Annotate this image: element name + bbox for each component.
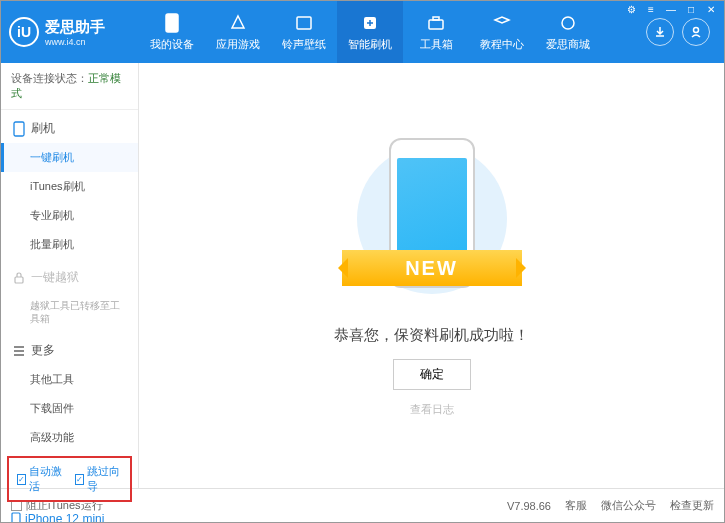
menu-icon <box>13 345 25 357</box>
wallpaper-icon <box>294 13 314 33</box>
nav-tutorial[interactable]: 教程中心 <box>469 1 535 63</box>
section-title: 刷机 <box>31 120 55 137</box>
sidebar-section-flash[interactable]: 刷机 <box>1 110 138 143</box>
device-icon <box>11 512 21 523</box>
sidebar-item-pro[interactable]: 专业刷机 <box>1 201 138 230</box>
section-title: 更多 <box>31 342 55 359</box>
update-link[interactable]: 检查更新 <box>670 498 714 513</box>
connection-status: 设备连接状态：正常模式 <box>1 63 138 110</box>
service-link[interactable]: 客服 <box>565 498 587 513</box>
version-label: V7.98.66 <box>507 500 551 512</box>
svg-rect-10 <box>12 513 20 523</box>
sidebar-item-advanced[interactable]: 高级功能 <box>1 423 138 452</box>
success-illustration: NEW <box>352 134 512 314</box>
nav-label: 工具箱 <box>420 37 453 52</box>
ok-button[interactable]: 确定 <box>393 359 471 390</box>
app-url: www.i4.cn <box>45 37 105 47</box>
minimize-icon[interactable]: — <box>664 3 678 15</box>
header: iU 爱思助手 www.i4.cn 我的设备 应用游戏 铃声壁纸 智能刷机 工具… <box>1 1 724 63</box>
download-button[interactable] <box>646 18 674 46</box>
checkbox-label: 跳过向导 <box>87 464 122 494</box>
nav-label: 爱思商城 <box>546 37 590 52</box>
sidebar-item-oneclick[interactable]: 一键刷机 <box>1 143 138 172</box>
checkbox-auto-activate[interactable]: ✓自动激活 <box>17 464 65 494</box>
sep-icon: ≡ <box>644 3 658 15</box>
checkbox-label: 自动激活 <box>29 464 64 494</box>
svg-rect-2 <box>297 17 311 29</box>
settings-icon[interactable]: ⚙ <box>624 3 638 15</box>
success-message: 恭喜您，保资料刷机成功啦！ <box>334 326 529 345</box>
header-actions <box>646 18 716 46</box>
toolbox-icon <box>426 13 446 33</box>
wechat-link[interactable]: 微信公众号 <box>601 498 656 513</box>
nav-label: 教程中心 <box>480 37 524 52</box>
phone-icon <box>162 13 182 33</box>
close-icon[interactable]: ✕ <box>704 3 718 15</box>
nav-apps[interactable]: 应用游戏 <box>205 1 271 63</box>
svg-rect-5 <box>433 17 439 20</box>
nav-ringtones[interactable]: 铃声壁纸 <box>271 1 337 63</box>
app-title: 爱思助手 <box>45 18 105 37</box>
svg-point-7 <box>694 28 699 33</box>
nav-label: 应用游戏 <box>216 37 260 52</box>
svg-rect-9 <box>15 277 23 283</box>
flash-icon <box>360 13 380 33</box>
window-controls: ⚙ ≡ — □ ✕ <box>624 3 718 15</box>
sidebar: 设备连接状态：正常模式 刷机 一键刷机 iTunes刷机 专业刷机 批量刷机 一… <box>1 63 139 488</box>
maximize-icon[interactable]: □ <box>684 3 698 15</box>
svg-point-6 <box>562 17 574 29</box>
options-highlight: ✓自动激活 ✓跳过向导 <box>7 456 132 502</box>
nav-toolbox[interactable]: 工具箱 <box>403 1 469 63</box>
device-info[interactable]: iPhone 12 mini 64GB Down-12mini-13,1 <box>1 506 138 523</box>
nav-label: 我的设备 <box>150 37 194 52</box>
main-content: NEW 恭喜您，保资料刷机成功啦！ 确定 查看日志 <box>139 63 724 488</box>
tutorial-icon <box>492 13 512 33</box>
sidebar-section-jailbreak: 一键越狱 <box>1 259 138 292</box>
nav-label: 铃声壁纸 <box>282 37 326 52</box>
nav-store[interactable]: 爱思商城 <box>535 1 601 63</box>
sidebar-item-batch[interactable]: 批量刷机 <box>1 230 138 259</box>
device-name: iPhone 12 mini <box>11 512 128 523</box>
status-label: 设备连接状态： <box>11 72 88 84</box>
svg-rect-8 <box>14 122 24 136</box>
sidebar-section-more[interactable]: 更多 <box>1 332 138 365</box>
nav-my-device[interactable]: 我的设备 <box>139 1 205 63</box>
lock-icon <box>13 271 25 285</box>
svg-rect-4 <box>429 20 443 29</box>
view-log-link[interactable]: 查看日志 <box>410 402 454 417</box>
logo-icon: iU <box>9 17 39 47</box>
nav-flash[interactable]: 智能刷机 <box>337 1 403 63</box>
checkbox-skip-guide[interactable]: ✓跳过向导 <box>75 464 123 494</box>
sidebar-item-tools[interactable]: 其他工具 <box>1 365 138 394</box>
jailbreak-note: 越狱工具已转移至工具箱 <box>1 292 138 332</box>
new-banner: NEW <box>342 250 522 286</box>
main-nav: 我的设备 应用游戏 铃声壁纸 智能刷机 工具箱 教程中心 爱思商城 <box>139 1 646 63</box>
nav-label: 智能刷机 <box>348 37 392 52</box>
apps-icon <box>228 13 248 33</box>
sidebar-item-firmware[interactable]: 下载固件 <box>1 394 138 423</box>
store-icon <box>558 13 578 33</box>
phone-small-icon <box>13 121 25 137</box>
logo: iU 爱思助手 www.i4.cn <box>9 17 139 47</box>
sidebar-item-itunes[interactable]: iTunes刷机 <box>1 172 138 201</box>
svg-point-1 <box>171 28 173 30</box>
section-title: 一键越狱 <box>31 269 79 286</box>
user-button[interactable] <box>682 18 710 46</box>
